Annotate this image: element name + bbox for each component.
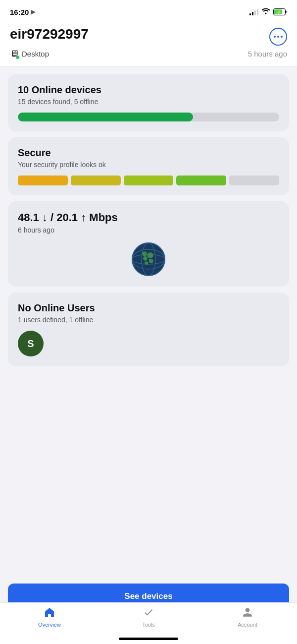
dot1 — [274, 36, 276, 38]
users-card: No Online Users 1 users defined, 1 offli… — [8, 293, 289, 366]
location-arrow-icon: ▶ — [31, 8, 35, 15]
devices-card-subtitle: 15 devices found, 5 offline — [18, 98, 279, 106]
speed-subtitle: 6 hours ago — [18, 226, 279, 234]
speed-title: 48.1 ↓ / 20.1 ↑ Mbps — [18, 211, 279, 224]
status-icons: ⚡ — [249, 7, 287, 16]
device-label: Desktop — [22, 50, 49, 58]
user-avatar: S — [18, 331, 44, 356]
dot3 — [281, 36, 283, 38]
dot2 — [277, 36, 279, 38]
security-card-subtitle: Your security profile looks ok — [18, 161, 279, 169]
svg-text:⚡: ⚡ — [276, 9, 282, 15]
devices-card-title: 10 Online devices — [18, 84, 279, 96]
home-icon — [44, 607, 55, 621]
security-seg-3 — [124, 176, 174, 185]
account-icon — [242, 607, 253, 621]
security-seg-4 — [176, 176, 226, 185]
nav-label-tools: Tools — [142, 622, 155, 628]
device-info: 🖥 Desktop — [10, 49, 49, 59]
users-card-title: No Online Users — [18, 302, 279, 314]
wifi-icon — [261, 7, 270, 16]
security-seg-1 — [18, 176, 68, 185]
desktop-icon-wrap: 🖥 — [10, 49, 19, 59]
speed-card: 48.1 ↓ / 20.1 ↑ Mbps 6 hours ago — [8, 201, 289, 287]
router-name: eir97292997 — [10, 26, 89, 43]
tools-icon — [143, 607, 154, 621]
home-indicator — [119, 638, 178, 640]
see-devices-label: See devices — [124, 591, 172, 601]
status-bar: 16:20 ▶ ⚡ — [0, 0, 297, 22]
users-card-subtitle: 1 users defined, 1 offline — [18, 316, 279, 324]
nav-label-overview: Overview — [38, 622, 61, 628]
last-seen-time: 5 hours ago — [248, 50, 287, 58]
devices-progress-fill — [18, 113, 193, 121]
globe-wrap — [18, 242, 279, 277]
nav-label-account: Account — [238, 622, 257, 628]
globe-icon — [131, 242, 166, 277]
security-seg-5 — [229, 176, 279, 185]
battery-icon: ⚡ — [273, 8, 287, 15]
signal-bars-icon — [249, 8, 258, 15]
devices-card: 10 Online devices 15 devices found, 5 of… — [8, 74, 289, 131]
security-card-title: Secure — [18, 147, 279, 159]
header: eir97292997 🖥 Desktop 5 hours ago — [0, 22, 297, 66]
devices-progress-bar — [18, 113, 279, 121]
main-content: 10 Online devices 15 devices found, 5 of… — [0, 66, 297, 416]
security-seg-2 — [71, 176, 121, 185]
status-time: 16:20 ▶ — [10, 8, 35, 16]
nav-item-account[interactable]: Account — [198, 607, 297, 628]
nav-item-tools[interactable]: Tools — [99, 607, 198, 628]
more-options-button[interactable] — [269, 28, 287, 46]
security-segments — [18, 176, 279, 185]
security-card: Secure Your security profile looks ok — [8, 137, 289, 195]
nav-item-overview[interactable]: Overview — [0, 607, 99, 628]
online-status-dot — [15, 55, 20, 59]
